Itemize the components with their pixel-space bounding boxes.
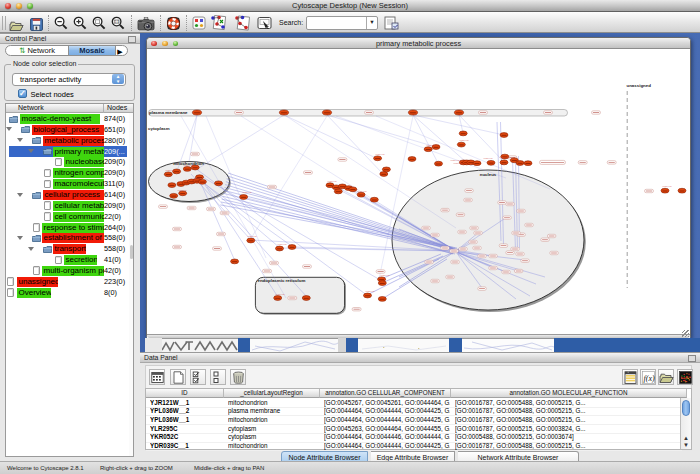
svg-text:unassigned: unassigned [627, 83, 652, 88]
svg-text:nucleus: nucleus [480, 172, 497, 177]
svg-text:mitochondrion: mitochondrion [173, 161, 204, 166]
svg-text:YLR044C: YLR044C [247, 235, 257, 237]
svg-text:YLR044C: YLR044C [242, 191, 252, 193]
svg-text:YLR044C: YLR044C [450, 159, 460, 161]
svg-text:YLR044C: YLR044C [459, 139, 469, 141]
svg-text:YLR044C: YLR044C [193, 177, 203, 179]
svg-text:1:1: 1:1 [115, 20, 120, 24]
svg-text:YLR044C: YLR044C [453, 162, 463, 164]
svg-text:YLR044C: YLR044C [499, 156, 509, 158]
svg-text:f(x): f(x) [643, 374, 654, 383]
svg-text:YLR044C: YLR044C [327, 180, 337, 182]
svg-text:YLR044C: YLR044C [275, 293, 285, 295]
svg-text:YLR044C: YLR044C [426, 144, 436, 146]
svg-text:YLR044C: YLR044C [483, 157, 493, 159]
svg-text:YLR044C: YLR044C [277, 243, 287, 245]
svg-text:YLR044C: YLR044C [165, 169, 175, 171]
svg-text:YLR044C: YLR044C [177, 189, 187, 191]
svg-text:YLR044C: YLR044C [357, 190, 367, 192]
svg-text:plasma membrane: plasma membrane [149, 110, 188, 115]
svg-text:YLR044C: YLR044C [365, 290, 375, 292]
svg-text:endoplasmic reticulum: endoplasmic reticulum [258, 278, 306, 283]
svg-text:YLR044C: YLR044C [375, 153, 385, 155]
svg-text:cytoplasm: cytoplasm [148, 126, 170, 131]
svg-text:YLR044C: YLR044C [380, 274, 390, 276]
svg-text:YLR044C: YLR044C [662, 185, 672, 187]
